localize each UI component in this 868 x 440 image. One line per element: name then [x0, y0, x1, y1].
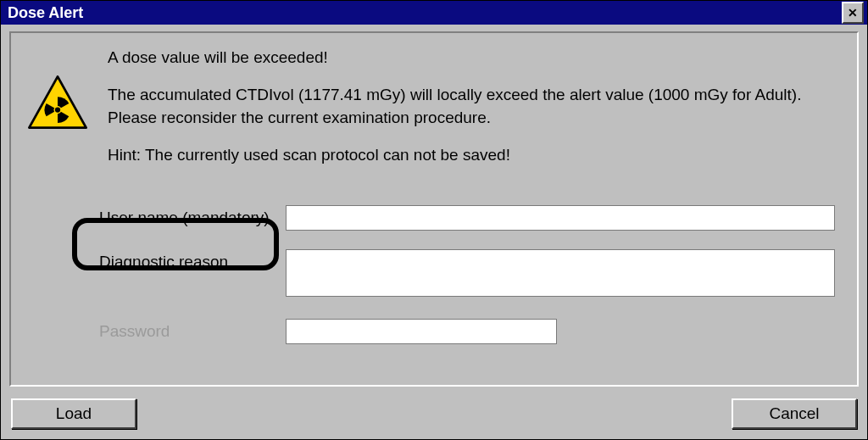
message-text: A dose value will be exceeded! The accum…	[108, 47, 840, 181]
message-row: A dose value will be exceeded! The accum…	[28, 47, 840, 181]
close-icon: ✕	[848, 7, 858, 19]
load-button[interactable]: Load	[11, 398, 136, 429]
reason-label: Diagnostic reason	[99, 249, 286, 271]
message-hint: Hint: The currently used scan protocol c…	[108, 144, 840, 166]
message-detail-1: The accumulated CTDIvol (1177.41 mGy) wi…	[108, 84, 840, 106]
password-row: Password	[99, 319, 835, 344]
titlebar: Dose Alert ✕	[1, 1, 867, 25]
dialog-body: A dose value will be exceeded! The accum…	[9, 31, 859, 387]
button-bar: Load Cancel	[11, 398, 857, 429]
radiation-warning-icon	[28, 75, 87, 132]
svg-point-3	[55, 107, 60, 112]
message-detail-2: Please reconsider the current examinatio…	[108, 107, 840, 129]
dose-alert-dialog: Dose Alert ✕	[0, 0, 868, 440]
diagnostic-reason-input[interactable]	[286, 249, 835, 297]
close-button[interactable]: ✕	[842, 2, 864, 24]
message-headline: A dose value will be exceeded!	[108, 47, 840, 69]
password-label: Password	[99, 319, 286, 341]
password-input[interactable]	[286, 319, 557, 344]
username-row: User name (mandatory)	[99, 205, 835, 231]
window-title: Dose Alert	[8, 4, 83, 22]
username-input[interactable]	[286, 205, 835, 231]
cancel-button[interactable]: Cancel	[732, 398, 857, 429]
username-label: User name (mandatory)	[99, 205, 286, 227]
reason-row: Diagnostic reason	[99, 249, 835, 300]
credentials-form: User name (mandatory) Diagnostic reason …	[99, 205, 835, 344]
